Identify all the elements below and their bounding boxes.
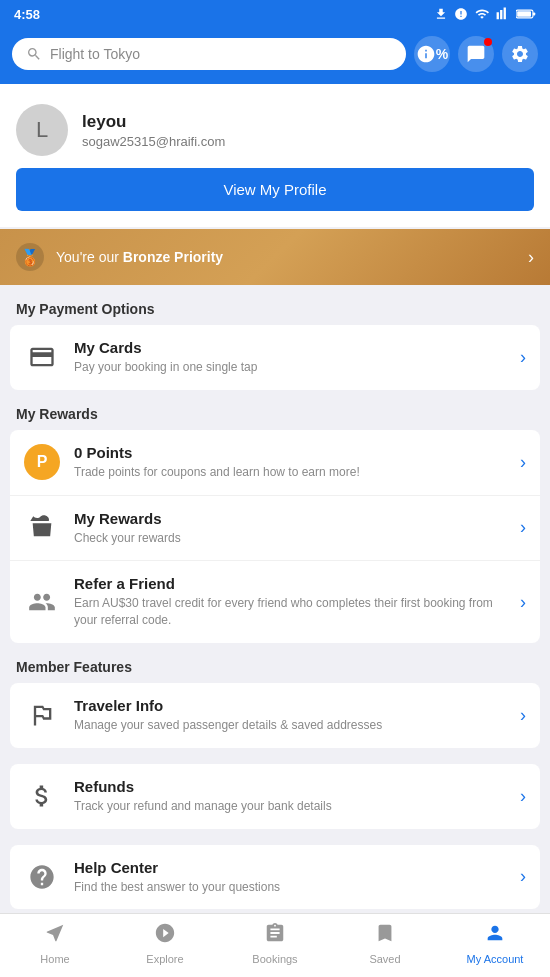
points-content: 0 Points Trade points for coupons and le…: [74, 444, 506, 481]
rewards-section-label: My Rewards: [0, 390, 550, 430]
bronze-banner-left: 🥉 You're our Bronze Priority: [16, 243, 223, 271]
discount-label: %: [436, 46, 448, 62]
refer-friend-item[interactable]: Refer a Friend Earn AU$30 travel credit …: [10, 561, 540, 643]
nav-explore[interactable]: Explore: [110, 922, 220, 965]
status-bar: 4:58: [0, 0, 550, 28]
profile-email: sogaw25315@hraifi.com: [82, 134, 225, 149]
member-card-2: Refunds Track your refund and manage you…: [10, 764, 540, 829]
search-text: Flight to Tokyo: [50, 46, 140, 62]
nav-home-label: Home: [40, 953, 69, 965]
nav-saved[interactable]: Saved: [330, 922, 440, 965]
my-rewards-chevron-icon: ›: [520, 517, 526, 538]
traveler-info-subtitle: Manage your saved passenger details & sa…: [74, 717, 506, 734]
refunds-title: Refunds: [74, 778, 506, 795]
my-cards-content: My Cards Pay your booking in one single …: [74, 339, 506, 376]
traveler-info-title: Traveler Info: [74, 697, 506, 714]
refunds-content: Refunds Track your refund and manage you…: [74, 778, 506, 815]
nav-account-label: My Account: [467, 953, 524, 965]
nav-bookings-label: Bookings: [252, 953, 297, 965]
my-cards-item[interactable]: My Cards Pay your booking in one single …: [10, 325, 540, 390]
rewards-card: P 0 Points Trade points for coupons and …: [10, 430, 540, 643]
my-cards-chevron-icon: ›: [520, 347, 526, 368]
nav-home[interactable]: Home: [0, 922, 110, 965]
points-chevron-icon: ›: [520, 452, 526, 473]
settings-button[interactable]: [502, 36, 538, 72]
account-icon: [484, 922, 506, 950]
battery-icon: [516, 8, 536, 20]
payment-card: My Cards Pay your booking in one single …: [10, 325, 540, 390]
points-item[interactable]: P 0 Points Trade points for coupons and …: [10, 430, 540, 496]
refunds-item[interactable]: Refunds Track your refund and manage you…: [10, 764, 540, 829]
chat-icon: [466, 44, 486, 64]
svg-rect-1: [533, 12, 535, 15]
payment-section-label: My Payment Options: [0, 285, 550, 325]
view-profile-button[interactable]: View My Profile: [16, 168, 534, 211]
nav-my-account[interactable]: My Account: [440, 922, 550, 965]
help-center-chevron-icon: ›: [520, 866, 526, 887]
chat-badge: [484, 38, 492, 46]
bronze-text: You're our Bronze Priority: [56, 249, 223, 265]
rewards-icon: [24, 510, 60, 546]
refer-icon: [24, 584, 60, 620]
my-cards-title: My Cards: [74, 339, 506, 356]
points-icon: P: [24, 444, 60, 480]
status-icons: [434, 7, 536, 21]
search-icon: [26, 46, 42, 62]
signal-icon: [496, 7, 510, 21]
profile-row: L leyou sogaw25315@hraifi.com: [16, 104, 534, 156]
bottom-nav: Home Explore Bookings Saved My Account: [0, 913, 550, 977]
discount-button[interactable]: %: [414, 36, 450, 72]
profile-info: leyou sogaw25315@hraifi.com: [82, 112, 225, 149]
help-center-title: Help Center: [74, 859, 506, 876]
bronze-icon: 🥉: [16, 243, 44, 271]
saved-icon: [374, 922, 396, 950]
help-center-subtitle: Find the best answer to your questions: [74, 879, 506, 896]
refer-friend-title: Refer a Friend: [74, 575, 506, 592]
bronze-chevron-icon: ›: [528, 247, 534, 268]
points-title: 0 Points: [74, 444, 506, 461]
help-center-item[interactable]: Help Center Find the best answer to your…: [10, 845, 540, 910]
refunds-chevron-icon: ›: [520, 786, 526, 807]
settings-icon: [510, 44, 530, 64]
traveler-icon: [24, 697, 60, 733]
member-card-1: Traveler Info Manage your saved passenge…: [10, 683, 540, 748]
avatar: L: [16, 104, 68, 156]
explore-icon: [154, 922, 176, 950]
member-card-3: Help Center Find the best answer to your…: [10, 845, 540, 910]
my-rewards-content: My Rewards Check your rewards: [74, 510, 506, 547]
my-rewards-item[interactable]: My Rewards Check your rewards ›: [10, 496, 540, 562]
notification-icon: [454, 7, 468, 21]
help-icon: [24, 859, 60, 895]
home-icon: [44, 922, 66, 950]
refer-friend-content: Refer a Friend Earn AU$30 travel credit …: [74, 575, 506, 629]
svg-rect-2: [517, 11, 531, 16]
my-cards-subtitle: Pay your booking in one single tap: [74, 359, 506, 376]
refer-friend-chevron-icon: ›: [520, 592, 526, 613]
refunds-subtitle: Track your refund and manage your bank d…: [74, 798, 506, 815]
header: Flight to Tokyo %: [0, 28, 550, 84]
download-icon: [434, 7, 448, 21]
profile-name: leyou: [82, 112, 225, 132]
bronze-banner[interactable]: 🥉 You're our Bronze Priority ›: [0, 229, 550, 285]
chat-button[interactable]: [458, 36, 494, 72]
my-rewards-title: My Rewards: [74, 510, 506, 527]
help-center-content: Help Center Find the best answer to your…: [74, 859, 506, 896]
status-time: 4:58: [14, 7, 40, 22]
discount-icon: [416, 44, 436, 64]
traveler-info-item[interactable]: Traveler Info Manage your saved passenge…: [10, 683, 540, 748]
card-icon: [24, 339, 60, 375]
nav-saved-label: Saved: [369, 953, 400, 965]
profile-section: L leyou sogaw25315@hraifi.com View My Pr…: [0, 84, 550, 227]
nav-explore-label: Explore: [146, 953, 183, 965]
member-section-label: Member Features: [0, 643, 550, 683]
traveler-info-content: Traveler Info Manage your saved passenge…: [74, 697, 506, 734]
bookings-icon: [264, 922, 286, 950]
refunds-icon: [24, 778, 60, 814]
traveler-info-chevron-icon: ›: [520, 705, 526, 726]
my-rewards-subtitle: Check your rewards: [74, 530, 506, 547]
search-bar[interactable]: Flight to Tokyo: [12, 38, 406, 70]
refer-friend-subtitle: Earn AU$30 travel credit for every frien…: [74, 595, 506, 629]
wifi-icon: [474, 7, 490, 21]
nav-bookings[interactable]: Bookings: [220, 922, 330, 965]
points-subtitle: Trade points for coupons and learn how t…: [74, 464, 506, 481]
